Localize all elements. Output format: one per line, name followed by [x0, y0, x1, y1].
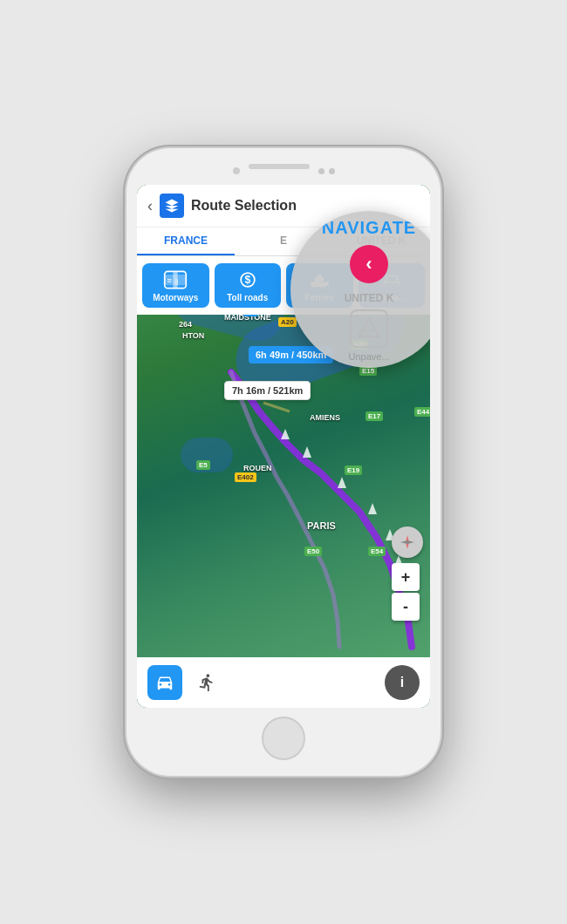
- road-badge-a20: A20: [278, 317, 297, 327]
- walk-mode-button[interactable]: [189, 665, 224, 700]
- navigate-text: NAVIGATE: [322, 218, 416, 238]
- svg-text:≡: ≡: [167, 275, 173, 285]
- unpaved-icon: [350, 309, 388, 348]
- map-label-amiens: AMIENS: [310, 413, 340, 422]
- route-time-secondary: 7h 16m / 521km: [224, 381, 311, 400]
- zoom-out-button[interactable]: -: [392, 593, 420, 621]
- zoom-in-button[interactable]: +: [392, 563, 420, 591]
- svg-marker-1: [303, 446, 311, 458]
- map-label-264: 264: [179, 320, 192, 329]
- road-badge-e44: E44: [414, 407, 430, 417]
- phone-dots: [318, 168, 335, 174]
- map-label-paris: PARIS: [307, 520, 336, 531]
- road-badge-e5: E5: [196, 460, 210, 470]
- phone-device: CAMBRIDGE IPSWICH ESWADE ONDON SOUTHEND-…: [126, 148, 441, 776]
- svg-marker-2: [338, 477, 346, 488]
- transport-mode-group: [147, 665, 224, 700]
- phone-home-button[interactable]: [262, 717, 305, 760]
- svg-text:$: $: [244, 274, 250, 286]
- svg-marker-0: [281, 429, 290, 439]
- bottom-navigation: i: [137, 657, 430, 708]
- phone-speaker: [249, 164, 310, 169]
- svg-text:||: ||: [175, 278, 179, 285]
- back-button[interactable]: ‹: [147, 197, 153, 215]
- road-badge-e50: E50: [304, 547, 322, 556]
- map-label-hton: HTON: [182, 331, 204, 340]
- toll-roads-option[interactable]: $ Toll roads: [215, 263, 282, 308]
- zoom-back-button[interactable]: ‹: [350, 245, 388, 283]
- map-label-rouen: ROUEN: [243, 464, 272, 472]
- car-mode-button[interactable]: [147, 665, 182, 700]
- motorways-option[interactable]: ≡ || Motorways: [142, 263, 209, 308]
- compass-rose[interactable]: [392, 527, 423, 558]
- toll-roads-label: Toll roads: [227, 293, 268, 302]
- svg-marker-9: [400, 540, 414, 544]
- navigation-icon: [160, 194, 184, 218]
- road-badge-e402: E402: [235, 472, 256, 482]
- road-badge-e19: E19: [345, 465, 362, 475]
- camera-dot: [233, 167, 240, 174]
- svg-line-7: [263, 403, 290, 411]
- united-text: UNITED K: [345, 292, 394, 304]
- page-title: Route Selection: [191, 198, 420, 214]
- phone-screen: CAMBRIDGE IPSWICH ESWADE ONDON SOUTHEND-…: [137, 185, 430, 708]
- zoom-unpaved-label: Unpave...: [348, 351, 389, 362]
- info-button[interactable]: i: [385, 665, 420, 700]
- tab-france[interactable]: FRANCE: [137, 228, 235, 255]
- road-badge-e17: E17: [365, 411, 383, 421]
- svg-marker-3: [368, 503, 377, 514]
- map-controls: + -: [392, 527, 423, 621]
- motorways-label: Motorways: [153, 293, 198, 302]
- road-badge-e54: E54: [368, 547, 386, 556]
